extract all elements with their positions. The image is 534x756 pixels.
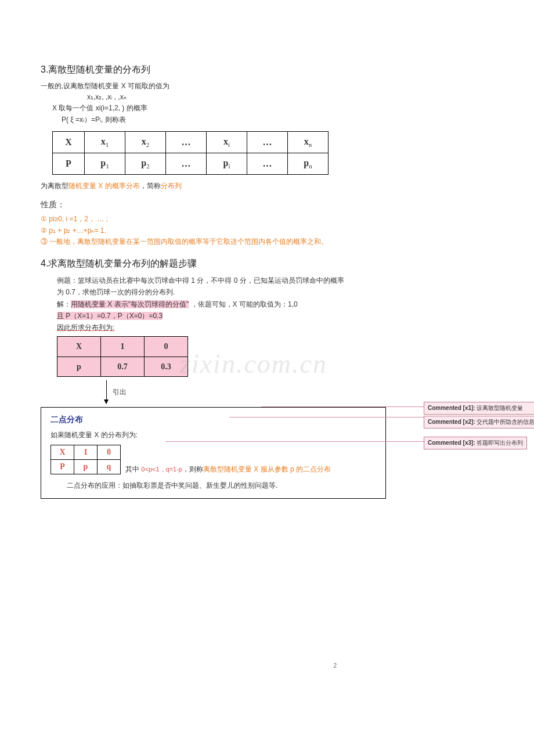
comment-2: Commented [x2]: 交代题中所隐含的信息 <box>424 416 534 429</box>
table-cell: xi <box>207 131 247 153</box>
comment-label: Commented [x2]: <box>428 419 475 425</box>
para-3c: P( ξ =xᵢ）=Pᵢ, 则称表 <box>41 114 395 125</box>
table-cell: … <box>166 153 207 174</box>
arrow-wrap: 引出 <box>106 380 395 404</box>
comment-lead-line <box>229 417 424 417</box>
table-cell: 0.7 <box>101 357 145 377</box>
box-p2: 其中 0<p<1，q=1-p，则称离散型随机变量 X 服从参数 p 的二点分布 <box>125 464 331 477</box>
table-cell: X <box>53 131 85 153</box>
heading-4: 4.求离散型随机变量分布列的解题步骤 <box>41 258 395 270</box>
solution-line1: 解：用随机变量 X 表示"每次罚球得的分值" ，依题可知，X 可能的取值为：1,… <box>57 298 395 310</box>
table-cell: 0 <box>98 445 121 459</box>
properties: 性质： ① pi≥0, i =1，2， … ; ② p₁ + p₂ +…+pₙ=… <box>41 200 395 247</box>
text: ，简称 <box>140 182 161 190</box>
example-line1: 例题：篮球运动员在比赛中每次罚球命中得 1 分，不中得 0 分，已知某运动员罚球… <box>57 275 395 286</box>
page-number: 2 <box>333 663 337 669</box>
example-block: 例题：篮球运动员在比赛中每次罚球命中得 1 分，不中得 0 分，已知某运动员罚球… <box>41 275 395 404</box>
table-cell: p2 <box>125 153 166 174</box>
solution-line3: 因此所求分布列为: <box>57 322 395 333</box>
box-p1: 如果随机变量 X 的分布列为: <box>50 430 376 441</box>
table-cell: X <box>51 445 74 459</box>
text-orange: 分布列 <box>161 182 182 190</box>
solution-table: X 1 0 p 0.7 0.3 <box>57 336 188 377</box>
para-3a: 一般的,设离散型随机变量 X 可能取的值为 <box>41 81 395 92</box>
heading-3: 3.离散型随机变量的分布列 <box>41 64 395 76</box>
text: 解： <box>57 300 71 308</box>
table-cell: P <box>53 153 85 174</box>
table-cell: … <box>247 153 288 174</box>
table-cell: 0 <box>145 336 188 357</box>
para-3d: 为离散型随机变量 X 的概率分布，简称分布列 <box>41 181 395 192</box>
comment-lead-line <box>261 406 424 407</box>
para-3b: X 取每一个值 xi(i=1,2, ) 的概率 <box>41 103 395 114</box>
table-cell: p <box>57 357 101 377</box>
table-cell: p <box>74 459 98 474</box>
property-3: ③ 一般地，离散型随机变量在某一范围内取值的概率等于它取这个范围内各个值的概率之… <box>41 236 395 247</box>
solution-line2: 且 P（X=1）=0.7，P（X=0）=0.3 <box>57 310 395 322</box>
example-line2: 为 0.7，求他罚球一次的得分的分布列. <box>57 286 395 298</box>
distribution-table: X x1 x2 … xi … xn P p1 p2 … pi … pn <box>52 131 329 175</box>
table-cell: x2 <box>125 131 166 153</box>
comment-lead-line <box>165 441 424 442</box>
comment-text: 交代题中所隐含的信息 <box>475 419 534 425</box>
comment-3: Commented [x3]: 答题即写出分布列 <box>424 437 527 449</box>
table-cell: 0.3 <box>145 357 188 377</box>
table-cell: p1 <box>85 153 125 174</box>
property-1: ① pi≥0, i =1，2， … ; <box>41 214 395 225</box>
box-p3: 二点分布的应用：如抽取彩票是否中奖问题、新生婴儿的性别问题等. <box>50 480 376 491</box>
text: 其中 <box>125 465 141 473</box>
table-cell: q <box>98 459 121 474</box>
arrow-label: 引出 <box>113 386 127 398</box>
text: 为离散型 <box>41 182 68 190</box>
para-3-values: x₁,x₂, ,xᵢ , ,xₙ <box>41 92 395 103</box>
arrow-down-icon <box>106 380 107 404</box>
table-cell: P <box>51 459 74 474</box>
table-cell: 1 <box>101 336 145 357</box>
comment-1: Commented [x1]: 设离散型随机变量 <box>424 402 534 415</box>
table-cell: … <box>247 131 288 153</box>
comment-text: 答题即写出分布列 <box>475 440 524 446</box>
table-cell: pi <box>207 153 247 174</box>
properties-heading: 性质： <box>41 200 395 210</box>
comment-label: Commented [x3]: <box>428 440 475 446</box>
comment-stack: Commented [x1]: 设离散型随机变量 Commented [x2]:… <box>424 402 534 430</box>
comment-label: Commented [x1]: <box>428 405 475 411</box>
table-cell: xn <box>288 131 329 153</box>
comment-stack: Commented [x3]: 答题即写出分布列 <box>424 437 527 451</box>
table-cell: pn <box>288 153 329 174</box>
table-cell: x1 <box>85 131 125 153</box>
table-cell: X <box>57 336 101 357</box>
mini-table: X 1 0 P p q <box>50 445 121 474</box>
two-point-box: 二点分布 如果随机变量 X 的分布列为: X 1 0 P p q <box>41 407 386 498</box>
table-cell: … <box>166 131 207 153</box>
text-red: 0<p<1，q=1-p <box>141 466 182 473</box>
text: ，依题可知，X 可能的取值为：1,0 <box>189 300 297 308</box>
text-orange: 离散型随机变量 X 服从参数 p 的二点分布 <box>203 465 331 473</box>
comment-text: 设离散型随机变量 <box>475 405 524 411</box>
table-cell: 1 <box>74 445 98 459</box>
text: ，则称 <box>182 465 203 473</box>
property-2: ② p₁ + p₂ +…+pₙ= 1. <box>41 225 395 236</box>
highlight-2: 且 P（X=1）=0.7，P（X=0）=0.3 <box>57 312 163 320</box>
highlight-1: 用随机变量 X 表示"每次罚球得的分值" <box>71 300 189 308</box>
text-orange: 随机变量 X 的概率分布 <box>68 182 140 190</box>
